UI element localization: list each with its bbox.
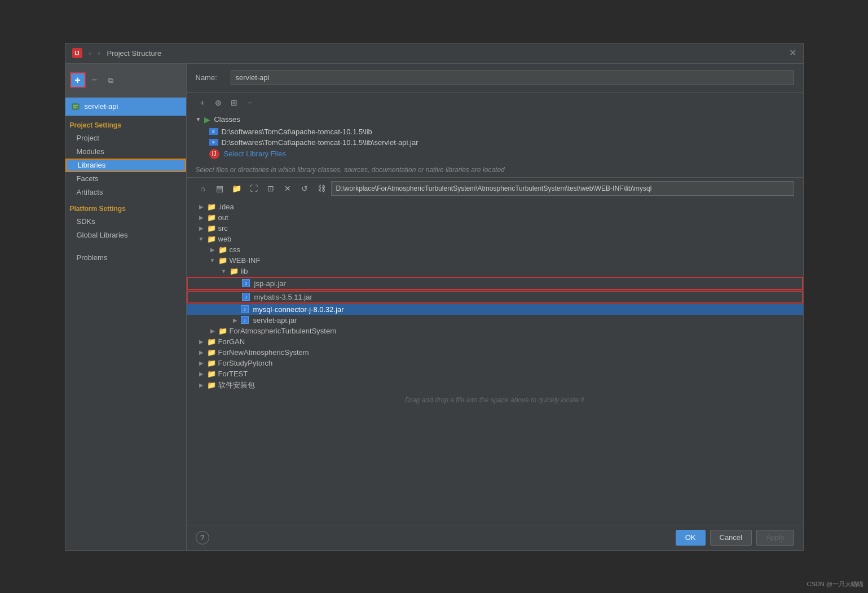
tree-item-fortest[interactable]: ▶ 📁 ForTEST xyxy=(187,368,803,379)
main-content: Name: + ⊕ ⊞ − ▼ ▶ Classes ≡ D:\softwar xyxy=(187,64,803,550)
jar-icon-mysql: J xyxy=(241,305,249,313)
list-view-button[interactable]: ▤ xyxy=(213,182,227,195)
add-all-button[interactable]: ⊕ xyxy=(212,96,225,109)
tree-item-fornew[interactable]: ▶ 📁 ForNewAtmosphericSystem xyxy=(187,347,803,358)
tree-label-fortest: ForTEST xyxy=(218,370,248,378)
classes-path-1: D:\softwares\TomCat\apache-tomcat-10.1.5… xyxy=(222,128,372,136)
bookmark-button[interactable]: ⛶ xyxy=(246,182,261,195)
jar-icon-jsp: J xyxy=(242,279,250,287)
delete-path-button[interactable]: ✕ xyxy=(280,182,295,195)
tree-item-servlet-api[interactable]: ▶ J servlet-api.jar xyxy=(187,315,803,326)
tree-item-web[interactable]: ▼ 📁 web xyxy=(187,234,803,244)
chevron-css: ▶ xyxy=(209,247,216,253)
jar-icon-2: ≡ xyxy=(209,139,218,146)
add-class-button[interactable]: + xyxy=(196,96,209,109)
jar-icon-mybatis: J xyxy=(242,293,250,301)
dialog-body: + − ⧉ servlet-api xyxy=(65,64,803,550)
sidebar-item-project[interactable]: Project xyxy=(65,131,186,145)
tree-item-idea[interactable]: ▶ 📁 .idea xyxy=(187,201,803,212)
link-button[interactable]: ⛓ xyxy=(314,182,329,195)
folder-icon-css: 📁 xyxy=(218,245,227,254)
folder-icon-out: 📁 xyxy=(207,213,216,222)
drag-hint: Drag and drop a file into the space abov… xyxy=(187,392,803,408)
tree-item-atmospheric[interactable]: ▶ 📁 ForAtmosphericTurbulentSystem xyxy=(187,326,803,336)
sidebar-item-facets[interactable]: Facets xyxy=(65,172,186,186)
tree-item-forgan[interactable]: ▶ 📁 ForGAN xyxy=(187,336,803,347)
dialog-footer: ? OK Cancel Apply xyxy=(187,525,803,550)
sidebar-item-problems[interactable]: Problems xyxy=(65,251,186,265)
library-item-servlet-api[interactable]: servlet-api xyxy=(65,98,186,116)
tree-item-mysql[interactable]: J mysql-connector-j-8.0.32.jar xyxy=(187,304,803,315)
chevron-atmospheric: ▶ xyxy=(209,328,216,334)
remove-class-button[interactable]: − xyxy=(243,96,257,109)
watermark: CSDN @一只大喵喵 xyxy=(807,580,863,588)
classes-expand-arrow[interactable]: ▼ xyxy=(196,116,201,122)
cancel-button[interactable]: Cancel xyxy=(710,530,752,546)
forward-button[interactable]: › xyxy=(96,48,103,58)
back-button[interactable]: ‹ xyxy=(87,48,94,58)
tree-item-forstudy[interactable]: ▶ 📁 ForStudyPytorch xyxy=(187,358,803,368)
tree-label-servlet-api: servlet-api.jar xyxy=(253,316,297,324)
jar-icon-servlet: J xyxy=(241,316,249,324)
close-button[interactable]: ✕ xyxy=(789,49,796,58)
tree-item-webinf[interactable]: ▼ 📁 WEB-INF xyxy=(187,255,803,266)
tree-item-out[interactable]: ▶ 📁 out xyxy=(187,212,803,223)
sidebar-item-modules[interactable]: Modules xyxy=(65,145,186,159)
folder-icon-lib: 📁 xyxy=(230,267,239,275)
tree-item-src[interactable]: ▶ 📁 src xyxy=(187,223,803,234)
classes-label: Classes xyxy=(214,115,240,124)
chevron-out: ▶ xyxy=(198,214,205,221)
add-library-button[interactable]: + xyxy=(70,72,86,88)
chevron-src: ▶ xyxy=(198,225,205,231)
copy-library-button[interactable]: ⧉ xyxy=(104,73,117,87)
sidebar-item-libraries[interactable]: Libraries xyxy=(65,159,186,172)
chevron-lib: ▼ xyxy=(221,268,227,274)
folder-icon-idea: 📁 xyxy=(207,203,216,211)
home-button[interactable]: ⌂ xyxy=(196,182,210,195)
name-input[interactable] xyxy=(231,71,794,85)
tree-label-css: css xyxy=(230,245,241,254)
chevron-fortest: ▶ xyxy=(198,371,205,377)
tree-item-software[interactable]: ▶ 📁 软件安装包 xyxy=(187,379,803,392)
refresh-button[interactable]: ↺ xyxy=(297,182,312,195)
tree-label-web: web xyxy=(218,235,232,243)
classes-header: ▼ ▶ Classes xyxy=(196,115,794,124)
tree-item-mybatis[interactable]: J mybatis-3.5.11.jar xyxy=(187,291,803,304)
dialog-title: Project Structure xyxy=(107,49,162,58)
ok-button[interactable]: OK xyxy=(676,530,706,546)
add-special-button[interactable]: ⊞ xyxy=(227,96,241,109)
tree-label-idea: .idea xyxy=(218,203,234,211)
classes-path-2: D:\softwares\TomCat\apache-tomcat-10.1.5… xyxy=(222,138,418,147)
tree-label-mysql: mysql-connector-j-8.0.32.jar xyxy=(253,305,344,314)
classes-entry-2: ≡ D:\softwares\TomCat\apache-tomcat-10.1… xyxy=(196,137,794,148)
app-icon: IJ xyxy=(72,48,82,58)
filter-button[interactable]: ⊡ xyxy=(263,182,278,195)
tree-label-webinf: WEB-INF xyxy=(230,256,261,265)
library-item-name: servlet-api xyxy=(85,102,118,111)
path-bar[interactable] xyxy=(331,181,794,196)
tree-item-jsp-api[interactable]: J jsp-api.jar xyxy=(187,277,803,290)
title-bar-left: IJ ‹ › Project Structure xyxy=(72,48,162,58)
tree-label-out: out xyxy=(218,213,228,222)
copy-icon: ⧉ xyxy=(108,76,113,85)
svg-rect-1 xyxy=(73,105,78,106)
help-button[interactable]: ? xyxy=(196,531,209,544)
sidebar-item-artifacts[interactable]: Artifacts xyxy=(65,186,186,199)
sidebar-item-sdks[interactable]: SDKs xyxy=(65,215,186,229)
select-library-files[interactable]: Select Library Files xyxy=(224,150,287,158)
sidebar-item-global-libraries[interactable]: Global Libraries xyxy=(65,229,186,242)
project-settings-heading: Project Settings xyxy=(65,116,186,131)
folder-button[interactable]: 📁 xyxy=(230,182,244,195)
tree-item-lib[interactable]: ▼ 📁 lib xyxy=(187,266,803,276)
remove-library-button[interactable]: − xyxy=(88,73,102,87)
select-library-row[interactable]: IJ Select Library Files xyxy=(196,148,794,160)
chevron-software: ▶ xyxy=(198,382,205,388)
tree-label-src: src xyxy=(218,224,228,232)
apply-button[interactable]: Apply xyxy=(756,530,794,546)
svg-rect-2 xyxy=(73,107,76,108)
app-icon-small: IJ xyxy=(209,149,219,159)
folder-icon-src: 📁 xyxy=(207,224,216,232)
library-icon xyxy=(71,102,80,111)
tree-label-jsp-api: jsp-api.jar xyxy=(254,279,286,288)
tree-item-css[interactable]: ▶ 📁 css xyxy=(187,244,803,255)
